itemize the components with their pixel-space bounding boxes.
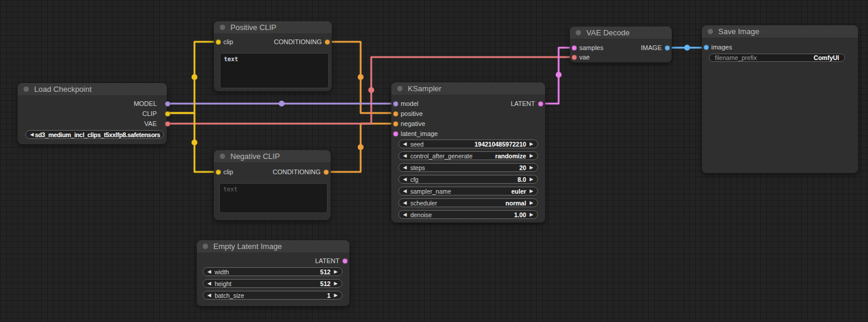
widget-value: 194210485972210 xyxy=(474,141,526,148)
negative-input-port[interactable] xyxy=(393,121,398,127)
images-input-port[interactable] xyxy=(704,45,709,50)
field-label: filename_prefix xyxy=(715,54,757,61)
node-titlebar[interactable]: KSampler xyxy=(391,82,545,95)
increment-arrow-icon[interactable]: ▶ xyxy=(530,189,533,194)
decrement-arrow-icon[interactable]: ◀ xyxy=(403,177,407,182)
decrement-arrow-icon[interactable]: ◀ xyxy=(403,213,407,217)
latent-image-input-port[interactable] xyxy=(393,131,398,137)
latent-output-label: LATENT xyxy=(315,257,339,264)
decrement-arrow-icon[interactable]: ◀ xyxy=(207,281,211,286)
increment-arrow-icon[interactable]: ▶ xyxy=(334,293,338,298)
latent-image-input-label: latent_image xyxy=(401,130,438,137)
clip-input-port[interactable] xyxy=(216,170,221,175)
decrement-arrow-icon[interactable]: ◀ xyxy=(403,201,407,205)
node-ksampler[interactable]: KSampler model LATENT positive negative … xyxy=(391,82,545,223)
conditioning-negative-link-midpoint-dot xyxy=(358,144,364,150)
conditioning-output-label: CONDITIONING xyxy=(274,38,322,45)
widget-label: cfg xyxy=(410,176,418,183)
field-value: ComfyUI xyxy=(814,54,839,61)
clip-input-label: clip xyxy=(223,168,233,175)
widget-label: height xyxy=(214,280,232,287)
model-input-label: model xyxy=(401,100,418,107)
node-titlebar[interactable]: Empty Latent Image xyxy=(197,240,349,253)
port-row: model LATENT xyxy=(391,99,545,108)
widget-label: control_after_generate xyxy=(410,152,473,160)
node-titlebar[interactable]: Save Image xyxy=(702,25,858,38)
decrement-arrow-icon[interactable]: ◀ xyxy=(207,270,211,274)
node-status-dot xyxy=(220,25,225,30)
latent-output-port[interactable] xyxy=(538,101,543,107)
widget-label: scheduler xyxy=(410,200,437,207)
conditioning-output-port[interactable] xyxy=(324,170,329,175)
vae-output-port[interactable] xyxy=(165,121,170,127)
node-vae-decode[interactable]: VAE Decode samples IMAGE vae xyxy=(570,26,672,62)
increment-arrow-icon[interactable]: ▶ xyxy=(334,270,338,274)
samples-input-label: samples xyxy=(579,44,603,51)
increment-arrow-icon[interactable]: ▶ xyxy=(530,177,533,182)
widget-label: sampler_name xyxy=(410,188,451,195)
widget-scheduler[interactable]: ◀ scheduler normal ▶ xyxy=(398,198,538,207)
node-load-checkpoint[interactable]: Load Checkpoint MODEL CLIP VAE ◀ sd3_med… xyxy=(18,83,167,144)
node-titlebar[interactable]: VAE Decode xyxy=(570,26,672,39)
filename-prefix-field[interactable]: filename_prefix ComfyUI xyxy=(709,54,845,62)
negative-input-label: negative xyxy=(401,120,425,127)
decrement-arrow-icon[interactable]: ◀ xyxy=(207,293,211,298)
increment-arrow-icon[interactable]: ▶ xyxy=(530,165,533,170)
widget-batch-size[interactable]: ◀ batch_size 1 ▶ xyxy=(203,291,342,300)
clip-input-port[interactable] xyxy=(216,39,221,45)
widget-value: 8.0 xyxy=(517,176,526,183)
conditioning-output-port[interactable] xyxy=(325,39,330,45)
vae-input-port[interactable] xyxy=(572,55,577,60)
decrement-arrow-icon[interactable]: ◀ xyxy=(403,142,407,147)
node-titlebar[interactable]: Positive CLIP xyxy=(214,21,332,34)
port-row: MODEL xyxy=(18,99,167,108)
port-row: negative xyxy=(391,119,545,128)
widget-value: 512 xyxy=(320,280,331,287)
port-row: VAE xyxy=(18,119,167,128)
increment-arrow-icon[interactable]: ▶ xyxy=(530,142,533,147)
samples-input-port[interactable] xyxy=(572,45,577,51)
node-titlebar[interactable]: Negative CLIP xyxy=(214,150,331,163)
node-status-dot xyxy=(576,30,581,35)
node-title: Save Image xyxy=(718,27,759,36)
widget-cfg[interactable]: ◀ cfg 8.0 ▶ xyxy=(398,175,538,184)
model-output-port[interactable] xyxy=(165,101,170,107)
ckpt-name-combo[interactable]: ◀ sd3_medium_incl_clips_t5xxlfp8.safeten… xyxy=(25,130,164,139)
latent-output-port[interactable] xyxy=(342,258,348,264)
positive-prompt-textarea[interactable]: text xyxy=(220,53,329,88)
latent-link-midpoint-dot xyxy=(556,72,562,78)
increment-arrow-icon[interactable]: ▶ xyxy=(530,213,533,217)
positive-input-port[interactable] xyxy=(393,111,398,117)
clip-positive-link-midpoint-dot xyxy=(192,74,197,80)
widget-height[interactable]: ◀ height 512 ▶ xyxy=(203,279,342,288)
widget-width[interactable]: ◀ width 512 ▶ xyxy=(203,267,342,276)
widget-control-after-generate[interactable]: ◀ control_after_generate randomize ▶ xyxy=(398,151,538,160)
node-save-image[interactable]: Save Image images filename_prefix ComfyU… xyxy=(702,25,858,173)
widget-seed[interactable]: ◀ seed 194210485972210 ▶ xyxy=(398,140,538,148)
widget-denoise[interactable]: ◀ denoise 1.00 ▶ xyxy=(398,210,538,219)
image-output-port[interactable] xyxy=(665,45,670,51)
widget-label: denoise xyxy=(410,211,432,218)
combo-left-arrow-icon[interactable]: ◀ xyxy=(30,132,34,137)
vae-input-label: vae xyxy=(579,54,590,61)
increment-arrow-icon[interactable]: ▶ xyxy=(530,154,533,158)
decrement-arrow-icon[interactable]: ◀ xyxy=(403,189,407,194)
decrement-arrow-icon[interactable]: ◀ xyxy=(403,165,407,170)
negative-prompt-textarea[interactable]: text xyxy=(219,183,328,213)
model-input-port[interactable] xyxy=(393,101,398,107)
node-positive-clip[interactable]: Positive CLIP clip CONDITIONING text xyxy=(214,21,332,91)
node-negative-clip[interactable]: Negative CLIP clip CONDITIONING text xyxy=(214,150,331,220)
widget-steps[interactable]: ◀ steps 20 ▶ xyxy=(398,163,538,172)
comfyui-canvas[interactable]: { "colors": { "model": "#ab92dd", "clip"… xyxy=(0,0,868,322)
positive-input-label: positive xyxy=(401,110,423,117)
widget-sampler-name[interactable]: ◀ sampler_name euler ▶ xyxy=(398,187,538,195)
increment-arrow-icon[interactable]: ▶ xyxy=(530,201,533,205)
decrement-arrow-icon[interactable]: ◀ xyxy=(403,154,407,158)
node-empty-latent-image[interactable]: Empty Latent Image LATENT ◀ width 512 ▶ … xyxy=(197,240,349,306)
node-titlebar[interactable]: Load Checkpoint xyxy=(18,83,167,96)
latent-link-wire xyxy=(543,48,572,104)
clip-output-port[interactable] xyxy=(165,111,170,117)
widget-value: 20 xyxy=(519,164,526,171)
increment-arrow-icon[interactable]: ▶ xyxy=(334,281,338,286)
node-title: VAE Decode xyxy=(586,28,629,37)
